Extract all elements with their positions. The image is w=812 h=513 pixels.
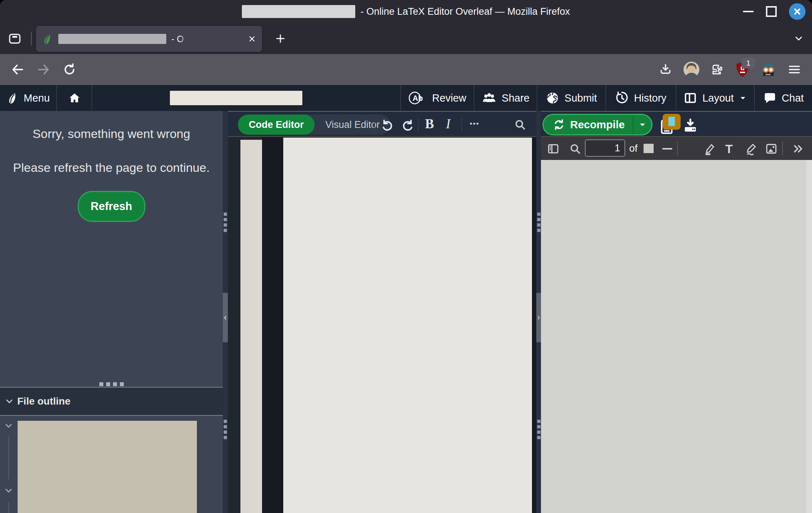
logs-status-badge bbox=[663, 114, 681, 130]
recompile-label: Recompile bbox=[570, 119, 625, 131]
svg-text:Ab: Ab bbox=[413, 94, 423, 103]
reload-icon bbox=[62, 62, 77, 77]
hamburger-icon bbox=[788, 63, 801, 76]
chat-button[interactable]: Chat bbox=[754, 85, 812, 111]
recompile-options-button[interactable] bbox=[633, 115, 651, 134]
error-subtitle: Please refresh the page to continue. bbox=[0, 161, 223, 175]
overleaf-menu-button[interactable]: Menu bbox=[0, 85, 57, 111]
back-button[interactable] bbox=[8, 60, 27, 79]
collapse-left-pane-button[interactable] bbox=[223, 293, 228, 342]
minimize-button[interactable] bbox=[743, 11, 754, 12]
menu-button-firefox[interactable] bbox=[785, 60, 804, 79]
undo-icon[interactable] bbox=[380, 118, 394, 132]
pdf-viewport[interactable] bbox=[541, 160, 812, 513]
pdf-pane: Recompile bbox=[541, 111, 812, 513]
new-tab-button[interactable] bbox=[271, 29, 290, 48]
toolbar-overflow-icon[interactable] bbox=[792, 143, 804, 155]
pdf-scrollbar[interactable] bbox=[806, 160, 812, 513]
share-users-icon bbox=[482, 92, 497, 104]
extensions-button[interactable] bbox=[708, 60, 727, 79]
left-pane-resizer[interactable] bbox=[223, 111, 228, 513]
caret-down-icon bbox=[739, 94, 747, 102]
review-button[interactable]: Ab Review bbox=[400, 85, 474, 111]
reload-button[interactable] bbox=[60, 60, 79, 79]
active-tab[interactable]: - O bbox=[36, 26, 262, 52]
review-icon: Ab bbox=[408, 91, 427, 105]
redacted-outline-items bbox=[18, 421, 197, 513]
pdf-top-toolbar: Recompile bbox=[541, 111, 812, 137]
history-button[interactable]: History bbox=[605, 85, 676, 111]
downloads-button[interactable] bbox=[656, 60, 675, 79]
right-pane-resizer[interactable] bbox=[536, 111, 541, 513]
ublock-badge: 1 bbox=[741, 58, 755, 68]
extension-robot-button[interactable] bbox=[759, 60, 778, 79]
tab-close-icon[interactable] bbox=[248, 35, 256, 43]
code-editor-surface[interactable] bbox=[228, 137, 536, 513]
home-button[interactable] bbox=[58, 85, 92, 111]
drag-handle-dots[interactable] bbox=[224, 213, 227, 232]
firefox-view-button[interactable] bbox=[5, 29, 24, 48]
draw-tool-icon[interactable] bbox=[745, 142, 759, 156]
horizontal-resize-handle[interactable] bbox=[99, 382, 124, 386]
layout-button[interactable]: Layout bbox=[676, 85, 754, 111]
recompile-main-button[interactable]: Recompile bbox=[543, 115, 633, 134]
redacted-badge-count bbox=[668, 117, 675, 126]
file-outline-title: File outline bbox=[17, 396, 71, 407]
firefox-view-icon bbox=[8, 31, 22, 46]
visual-editor-tab[interactable]: Visual Editor bbox=[315, 119, 391, 130]
file-outline-header[interactable]: File outline bbox=[0, 388, 223, 415]
redo-icon[interactable] bbox=[401, 118, 415, 132]
submit-button[interactable]: Submit bbox=[537, 85, 605, 111]
redacted-project-title bbox=[170, 91, 302, 105]
layout-icon bbox=[684, 91, 697, 105]
editor-right-strip bbox=[532, 137, 536, 513]
chevron-down-icon bbox=[793, 33, 804, 44]
share-button[interactable]: Share bbox=[474, 85, 537, 111]
tab-title-suffix: - O bbox=[171, 34, 187, 44]
close-button[interactable] bbox=[789, 3, 806, 20]
window-titlebar: - Online LaTeX Editor Overleaf — Mozilla… bbox=[0, 0, 812, 23]
overleaf-logo-icon bbox=[6, 92, 19, 104]
overleaf-favicon bbox=[42, 33, 53, 45]
page-number-input[interactable] bbox=[585, 139, 625, 157]
redacted-source-code bbox=[283, 138, 532, 513]
collapse-right-pane-button[interactable] bbox=[536, 293, 541, 342]
maximize-button[interactable] bbox=[766, 6, 777, 17]
logs-button[interactable] bbox=[658, 117, 676, 135]
drag-handle-dots[interactable] bbox=[224, 420, 227, 439]
outline-collapse-icon[interactable] bbox=[4, 421, 14, 431]
image-tool-icon[interactable] bbox=[764, 142, 778, 156]
zoom-out-icon[interactable] bbox=[661, 142, 674, 155]
ublock-button[interactable]: u 1 bbox=[733, 60, 752, 79]
code-editor-tab[interactable]: Code Editor bbox=[238, 115, 315, 135]
close-icon bbox=[793, 8, 801, 15]
chevron-left-icon bbox=[223, 314, 228, 322]
bold-button[interactable]: B bbox=[425, 116, 434, 131]
more-tools-button[interactable]: ••• bbox=[470, 120, 479, 128]
menu-label: Menu bbox=[24, 92, 50, 104]
sidebar-toggle-icon[interactable] bbox=[547, 142, 560, 155]
search-icon[interactable] bbox=[514, 118, 527, 131]
download-pdf-icon bbox=[682, 117, 699, 134]
text-tool-icon[interactable]: T bbox=[725, 142, 733, 156]
browser-window: - Online LaTeX Editor Overleaf — Mozilla… bbox=[0, 0, 812, 513]
back-icon bbox=[10, 62, 25, 77]
outline-collapse-icon[interactable] bbox=[4, 486, 14, 496]
overleaf-header: Menu Ab Review Share Submit History bbox=[0, 85, 812, 111]
drag-handle-dots[interactable] bbox=[537, 213, 540, 232]
account-button[interactable] bbox=[682, 60, 701, 79]
editor-mode-toggle: Code Editor Visual Editor bbox=[238, 115, 391, 135]
recompile-split-button[interactable]: Recompile bbox=[542, 114, 653, 135]
list-all-tabs-button[interactable] bbox=[789, 29, 808, 48]
home-icon bbox=[68, 92, 81, 104]
redacted-line-numbers bbox=[240, 140, 262, 513]
forward-button[interactable] bbox=[34, 60, 53, 79]
drag-handle-dots[interactable] bbox=[537, 420, 540, 439]
italic-button[interactable]: I bbox=[446, 116, 450, 131]
tab-strip: - O bbox=[0, 23, 812, 54]
download-pdf-button[interactable] bbox=[682, 117, 699, 134]
pdf-search-icon[interactable] bbox=[569, 142, 582, 155]
editor-gutter-strip bbox=[262, 137, 283, 513]
refresh-button[interactable]: Refresh bbox=[78, 191, 145, 222]
highlighter-tool-icon[interactable] bbox=[703, 142, 717, 156]
